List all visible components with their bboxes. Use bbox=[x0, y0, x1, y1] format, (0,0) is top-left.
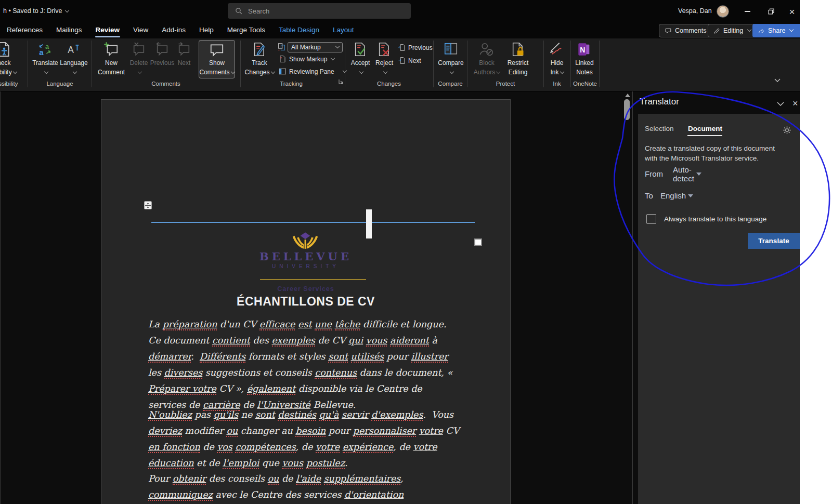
tab-selection[interactable]: Selection bbox=[645, 125, 674, 132]
saved-status[interactable]: h • Saved to J: Drive bbox=[3, 7, 69, 15]
group-label-comments: Comments bbox=[94, 81, 238, 87]
to-language-select[interactable]: English bbox=[660, 191, 693, 200]
close-button[interactable]: × bbox=[785, 5, 799, 18]
from-language-select[interactable]: Auto-detect bbox=[673, 165, 701, 183]
chevron-down-icon bbox=[331, 56, 335, 60]
editing-mode-button[interactable]: Editing bbox=[708, 24, 757, 37]
tab-view[interactable]: View bbox=[126, 23, 155, 38]
group-label-ink: Ink bbox=[544, 81, 569, 87]
language-button[interactable]: A Language bbox=[59, 42, 88, 76]
comments-button[interactable]: Comments bbox=[659, 24, 712, 37]
restore-icon bbox=[768, 8, 775, 15]
svg-text:N: N bbox=[580, 46, 585, 54]
paragraph-2[interactable]: N'oubliez pas qu'ils ne sont destinés qu… bbox=[148, 407, 461, 471]
translator-description: Create a translated copy of this documen… bbox=[645, 143, 786, 163]
chevron-down-icon bbox=[335, 44, 340, 48]
always-translate-checkbox[interactable] bbox=[646, 214, 656, 224]
next-comment-icon bbox=[177, 42, 191, 57]
track-changes-icon bbox=[252, 42, 267, 57]
chevron-down-icon bbox=[789, 28, 794, 32]
user-name: Vespa, Dan bbox=[678, 7, 712, 15]
tab-merge-tools[interactable]: Merge Tools bbox=[220, 23, 272, 38]
tab-document[interactable]: Document bbox=[688, 125, 722, 132]
move-icon bbox=[145, 203, 151, 208]
new-comment-button[interactable]: New Comment bbox=[96, 42, 127, 76]
next-change-icon bbox=[398, 57, 406, 64]
collapse-ribbon-button[interactable] bbox=[774, 78, 781, 83]
chevron-down-icon bbox=[65, 8, 69, 12]
previous-change-icon bbox=[398, 44, 406, 51]
text-cursor bbox=[366, 209, 372, 238]
restore-button[interactable] bbox=[764, 5, 778, 18]
chevron-down-icon bbox=[230, 70, 235, 74]
tab-layout[interactable]: Layout bbox=[326, 23, 361, 38]
group-divider bbox=[345, 41, 345, 87]
translate-submit-button[interactable]: Translate bbox=[748, 233, 800, 249]
svg-text:A: A bbox=[68, 45, 74, 55]
new-comment-icon bbox=[103, 42, 119, 57]
block-authors-button: Block Authors bbox=[472, 42, 501, 76]
avatar[interactable] bbox=[717, 5, 729, 18]
paragraph-3[interactable]: Pour obtenir des conseils ou de l'aide s… bbox=[148, 471, 461, 504]
translator-collapse-button[interactable] bbox=[776, 101, 785, 107]
chevron-down-icon bbox=[270, 70, 275, 74]
show-comments-button[interactable]: Show Comments bbox=[199, 40, 235, 78]
reject-change-button[interactable]: Reject bbox=[373, 42, 395, 76]
tab-mailings[interactable]: Mailings bbox=[49, 23, 89, 38]
previous-change-button[interactable]: Previous bbox=[398, 44, 433, 51]
bellevue-logo-icon bbox=[291, 232, 320, 249]
translate-icon: a a bbox=[38, 42, 53, 57]
group-label-onenote: OneNote bbox=[572, 81, 598, 87]
search-input[interactable]: Search bbox=[228, 3, 411, 19]
logo-divider bbox=[260, 279, 366, 280]
group-divider bbox=[467, 41, 467, 87]
show-markup-icon bbox=[279, 55, 287, 63]
tab-table-design[interactable]: Table Design bbox=[272, 23, 326, 38]
scroll-up-arrow[interactable] bbox=[625, 94, 630, 97]
minimize-button[interactable] bbox=[740, 5, 754, 18]
resize-handle[interactable] bbox=[474, 238, 482, 246]
group-divider bbox=[543, 41, 544, 87]
logo-name: BELLEVUE bbox=[101, 250, 510, 263]
tab-review[interactable]: Review bbox=[89, 23, 127, 38]
check-accessibility-button[interactable]: heck ssibility bbox=[0, 42, 17, 76]
translate-button[interactable]: a a Translate bbox=[31, 42, 59, 76]
group-label-language: Language bbox=[32, 81, 87, 87]
language-icon: A bbox=[67, 42, 81, 57]
tab-references[interactable]: References bbox=[0, 23, 49, 38]
table-move-handle[interactable] bbox=[144, 201, 152, 209]
chevron-down-icon bbox=[12, 70, 17, 74]
chevron-down-icon bbox=[137, 70, 141, 74]
show-markup-button[interactable]: Show Markup bbox=[279, 55, 334, 63]
accept-change-button[interactable]: Accept bbox=[348, 42, 372, 76]
tab-add-ins[interactable]: Add-ins bbox=[155, 23, 192, 38]
hide-ink-button[interactable]: Hide Ink bbox=[546, 42, 568, 76]
restrict-editing-button[interactable]: Restrict Editing bbox=[503, 42, 532, 76]
dropdown-arrow-icon bbox=[696, 173, 701, 176]
share-button[interactable]: Share bbox=[752, 24, 800, 37]
always-translate-label: Always translate to this language bbox=[664, 215, 766, 223]
translator-settings-button[interactable] bbox=[783, 126, 791, 135]
tracking-dialog-launcher[interactable] bbox=[338, 78, 344, 85]
group-label-tracking: Tracking bbox=[244, 81, 338, 87]
translator-close-button[interactable]: × bbox=[792, 98, 798, 109]
paragraph-1[interactable]: La préparation d'un CV efficace est une … bbox=[148, 316, 461, 413]
chevron-down-icon bbox=[449, 70, 453, 74]
reviewing-pane-button[interactable]: Reviewing Pane bbox=[279, 68, 346, 75]
track-changes-button[interactable]: Track Changes bbox=[244, 42, 275, 76]
group-divider bbox=[240, 41, 241, 87]
compare-button[interactable]: Compare bbox=[437, 42, 465, 76]
document-page[interactable]: BELLEVUE UNIVERSITY Career Services ÉCHA… bbox=[101, 99, 511, 504]
block-authors-icon bbox=[479, 42, 495, 57]
group-divider bbox=[28, 41, 28, 87]
scrollbar-thumb[interactable] bbox=[624, 99, 630, 120]
display-for-review-select[interactable]: All Markup bbox=[288, 42, 343, 52]
next-change-button[interactable]: Next bbox=[398, 57, 421, 64]
linked-notes-button[interactable]: N Linked Notes bbox=[572, 42, 597, 76]
chevron-down-icon bbox=[747, 28, 751, 32]
translator-pane-title: Translator bbox=[640, 97, 679, 107]
title-bar: h • Saved to J: Drive Search Vespa, Dan … bbox=[0, 0, 800, 23]
tab-help[interactable]: Help bbox=[192, 23, 220, 38]
chevron-down-icon bbox=[774, 78, 781, 83]
active-tab-underline bbox=[687, 135, 722, 136]
